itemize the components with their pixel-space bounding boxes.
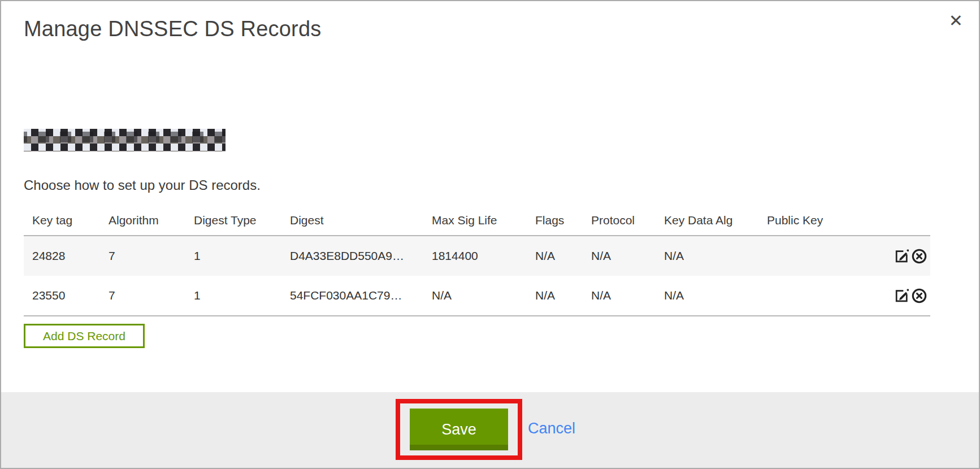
- cell-protocol: N/A: [583, 249, 656, 263]
- cell-flags: N/A: [527, 249, 583, 263]
- column-header-max-sig-life: Max Sig Life: [423, 214, 527, 227]
- edit-record-button[interactable]: [893, 247, 910, 265]
- column-header-algorithm: Algorithm: [100, 214, 185, 227]
- cell-protocol: N/A: [583, 289, 656, 302]
- column-header-protocol: Protocol: [583, 214, 656, 227]
- edit-icon: [893, 287, 910, 305]
- column-header-key-tag: Key tag: [24, 214, 100, 227]
- domain-name-redacted: [24, 129, 226, 151]
- column-header-key-data-alg: Key Data Alg: [656, 214, 758, 227]
- row-actions: [871, 247, 930, 265]
- close-button[interactable]: ✕: [949, 12, 963, 29]
- footer-bar: Save Cancel: [1, 392, 979, 468]
- delete-record-button[interactable]: [910, 247, 928, 265]
- table-header-row: Key tag Algorithm Digest Type Digest Max…: [24, 205, 930, 235]
- save-button[interactable]: Save: [410, 409, 508, 450]
- column-header-public-key: Public Key: [758, 214, 871, 227]
- close-icon: ✕: [949, 11, 963, 31]
- table-body: 24828 7 1 D4A33E8DD550A9… 1814400 N/A N/…: [24, 235, 930, 316]
- cell-key-data-alg: N/A: [656, 289, 758, 302]
- instruction-text: Choose how to set up your DS records.: [24, 177, 261, 193]
- table-row: 23550 7 1 54FCF030AA1C79… N/A N/A N/A N/…: [24, 276, 930, 315]
- cell-algorithm: 7: [100, 249, 185, 263]
- cell-key-data-alg: N/A: [656, 249, 758, 263]
- edit-icon: [893, 247, 910, 265]
- cell-flags: N/A: [527, 289, 583, 302]
- delete-icon: [910, 287, 928, 305]
- dialog-title: Manage DNSSEC DS Records: [24, 17, 321, 41]
- cell-key-tag: 23550: [24, 289, 100, 302]
- add-ds-record-button[interactable]: Add DS Record: [24, 324, 145, 348]
- cell-digest-type: 1: [185, 289, 281, 302]
- cell-digest: 54FCF030AA1C79…: [281, 289, 423, 302]
- cell-digest: D4A33E8DD550A9…: [281, 249, 423, 263]
- column-header-digest-type: Digest Type: [185, 214, 281, 227]
- table-row: 24828 7 1 D4A33E8DD550A9… 1814400 N/A N/…: [24, 236, 930, 276]
- delete-record-button[interactable]: [910, 287, 928, 305]
- column-header-flags: Flags: [527, 214, 583, 227]
- cancel-link[interactable]: Cancel: [528, 420, 575, 437]
- cell-max-sig-life: N/A: [423, 289, 527, 302]
- annotation-red-box: Save: [396, 399, 522, 460]
- cell-key-tag: 24828: [24, 249, 100, 263]
- row-actions: [871, 287, 930, 305]
- ds-records-table: Key tag Algorithm Digest Type Digest Max…: [24, 205, 930, 316]
- dnssec-ds-records-dialog: Manage DNSSEC DS Records ✕ Choose how to…: [0, 0, 980, 469]
- edit-record-button[interactable]: [893, 287, 910, 305]
- delete-icon: [910, 247, 928, 265]
- column-header-digest: Digest: [281, 214, 423, 227]
- cell-max-sig-life: 1814400: [423, 249, 527, 263]
- cell-algorithm: 7: [100, 289, 185, 302]
- cell-digest-type: 1: [185, 249, 281, 263]
